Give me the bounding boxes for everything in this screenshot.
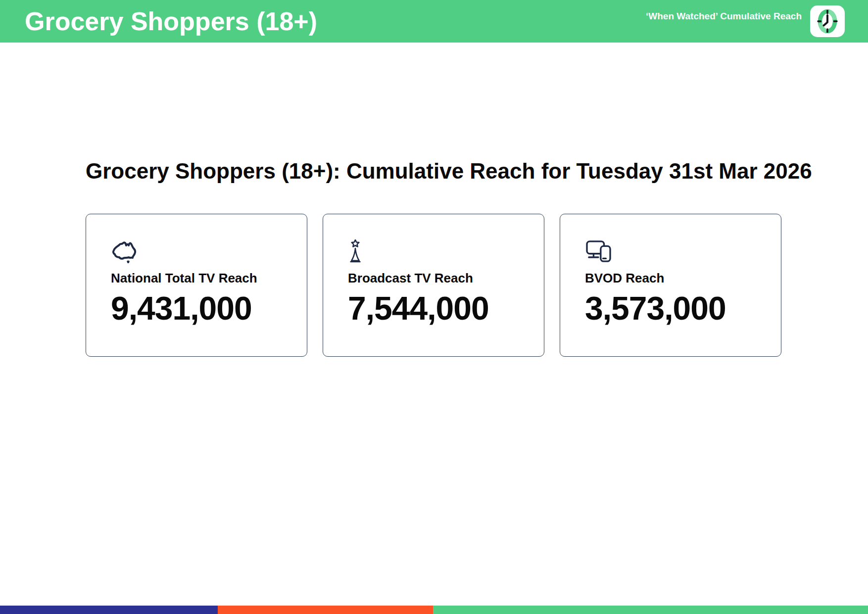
kpi-label: Broadcast TV Reach (348, 271, 534, 286)
footer-segment-orange (218, 606, 433, 614)
kpi-label: BVOD Reach (585, 271, 771, 286)
footer-color-bar (0, 606, 868, 614)
footer-segment-blue (0, 606, 218, 614)
clock-icon (817, 9, 838, 33)
header-subtitle: ‘When Watched’ Cumulative Reach (646, 11, 802, 22)
kpi-card-broadcast-tv-reach: Broadcast TV Reach 7,544,000 (323, 214, 544, 357)
australia-map-icon (111, 239, 297, 263)
clock-badge (810, 5, 845, 37)
header-right-group: ‘When Watched’ Cumulative Reach (646, 5, 845, 37)
app-title: Grocery Shoppers (18+) (25, 6, 317, 36)
header-bar: Grocery Shoppers (18+) ‘When Watched’ Cu… (0, 0, 868, 43)
tv-and-phone-devices-icon (585, 239, 771, 263)
footer-segment-green (433, 606, 868, 614)
kpi-card-bvod-reach: BVOD Reach 3,573,000 (560, 214, 781, 357)
kpi-cards-row: National Total TV Reach 9,431,000 Broadc… (86, 214, 781, 357)
kpi-value: 7,544,000 (348, 292, 534, 325)
kpi-value: 9,431,000 (111, 292, 297, 325)
kpi-label: National Total TV Reach (111, 271, 297, 286)
kpi-card-national-total-tv-reach: National Total TV Reach 9,431,000 (86, 214, 307, 357)
kpi-value: 3,573,000 (585, 292, 771, 325)
broadcast-tower-icon (348, 239, 534, 263)
page-title: Grocery Shoppers (18+): Cumulative Reach… (86, 159, 812, 184)
